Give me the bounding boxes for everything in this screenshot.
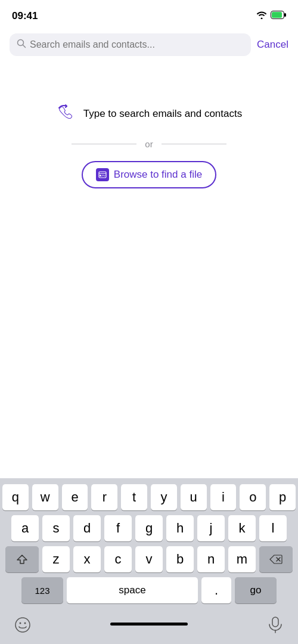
key-m[interactable]: m [228, 546, 256, 572]
cancel-button[interactable]: Cancel [257, 39, 288, 51]
browse-button[interactable]: Browse to find a file [82, 161, 216, 188]
key-numbers[interactable]: 123 [21, 577, 63, 603]
browse-button-label: Browse to find a file [114, 169, 202, 181]
key-x[interactable]: x [73, 546, 101, 572]
key-f[interactable]: f [104, 515, 132, 541]
key-c[interactable]: c [104, 546, 132, 572]
search-input[interactable] [30, 39, 244, 50]
svg-rect-12 [272, 617, 278, 627]
key-go[interactable]: go [235, 577, 277, 603]
key-y[interactable]: y [151, 484, 177, 510]
key-g[interactable]: g [135, 515, 163, 541]
key-u[interactable]: u [181, 484, 207, 510]
key-s[interactable]: s [42, 515, 70, 541]
home-indicator [110, 623, 188, 626]
key-k[interactable]: k [228, 515, 256, 541]
key-a[interactable]: a [11, 515, 39, 541]
key-r[interactable]: r [91, 484, 117, 510]
key-space[interactable]: space [67, 577, 198, 603]
svg-rect-1 [284, 13, 286, 17]
hint-text: Type to search emails and contacts [83, 108, 242, 120]
svg-point-6 [100, 175, 101, 177]
key-j[interactable]: j [197, 515, 225, 541]
svg-rect-5 [99, 172, 106, 178]
microphone-button[interactable] [262, 612, 288, 638]
key-p[interactable]: p [269, 484, 296, 510]
keyboard: q w e r t y u i o p a s d f g h j k l z … [0, 478, 298, 644]
svg-rect-2 [272, 12, 282, 18]
key-b[interactable]: b [166, 546, 194, 572]
key-l[interactable]: l [259, 515, 287, 541]
svg-point-11 [24, 623, 26, 624]
keyboard-row-4: 123 space . go [2, 577, 296, 603]
key-z[interactable]: z [42, 546, 70, 572]
key-w[interactable]: w [32, 484, 58, 510]
divider-right [162, 144, 226, 144]
search-input-wrap[interactable] [10, 33, 251, 56]
status-bar: 09:41 [0, 0, 298, 30]
key-dot[interactable]: . [201, 577, 231, 603]
divider-or-label: or [136, 139, 161, 149]
hint-row: Type to search emails and contacts [56, 103, 242, 125]
search-icon [17, 39, 26, 51]
keyboard-row-2: a s d f g h j k l [2, 515, 296, 541]
key-delete[interactable] [259, 546, 293, 572]
svg-line-4 [23, 45, 26, 48]
key-i[interactable]: i [210, 484, 237, 510]
search-contacts-icon [56, 103, 77, 125]
status-icons [256, 11, 286, 21]
keyboard-row-3: z x c v b n m [2, 546, 296, 572]
divider-left [72, 144, 136, 144]
content-area: Type to search emails and contacts or Br… [0, 62, 298, 229]
key-n[interactable]: n [197, 546, 225, 572]
status-time: 09:41 [12, 10, 38, 22]
key-q[interactable]: q [2, 484, 29, 510]
battery-icon [271, 11, 286, 21]
key-t[interactable]: t [121, 484, 147, 510]
key-o[interactable]: o [240, 484, 266, 510]
key-e[interactable]: e [62, 484, 88, 510]
browse-file-icon [96, 168, 109, 181]
keyboard-bottom-row [2, 608, 296, 644]
svg-point-10 [20, 623, 21, 624]
key-d[interactable]: d [73, 515, 101, 541]
keyboard-row-1: q w e r t y u i o p [2, 484, 296, 510]
svg-point-9 [15, 618, 30, 632]
divider-row: or [72, 139, 226, 149]
emoji-button[interactable] [10, 612, 36, 638]
wifi-icon [256, 11, 267, 21]
key-shift[interactable] [5, 546, 39, 572]
search-bar-row: Cancel [0, 30, 298, 62]
key-v[interactable]: v [135, 546, 163, 572]
key-h[interactable]: h [166, 515, 194, 541]
